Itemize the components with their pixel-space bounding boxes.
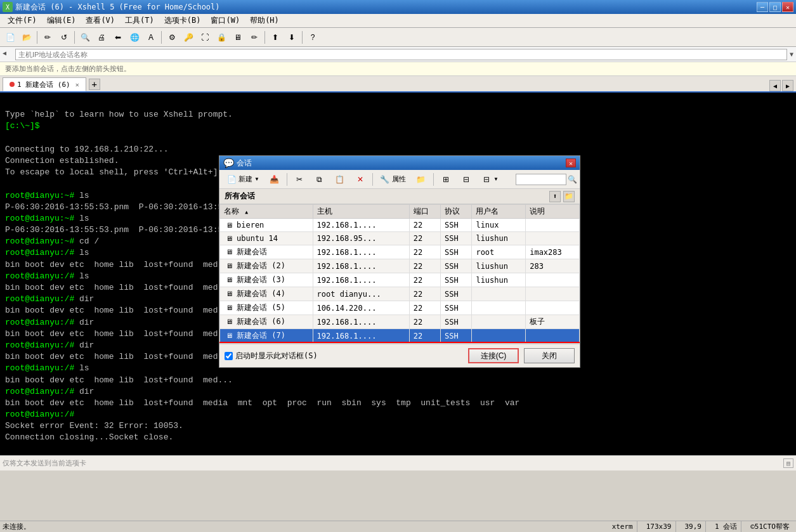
table-row[interactable]: 🖥新建会话 (4) root dianyu... 22 SSH xyxy=(220,287,580,301)
menu-help[interactable]: 帮助(H) xyxy=(245,14,284,27)
cell-name[interactable]: 🖥新建会话 (7) xyxy=(220,329,313,343)
tb-compose[interactable]: ✏ xyxy=(247,30,262,44)
menu-edit[interactable]: 编辑(E) xyxy=(42,14,81,27)
cell-note xyxy=(526,301,580,315)
dialog-search-input[interactable] xyxy=(516,174,566,185)
col-name[interactable]: 名称 ▲ xyxy=(220,205,313,219)
dialog-properties-button[interactable]: 🔧 属性 xyxy=(375,172,410,186)
close-button[interactable]: ✕ xyxy=(782,2,793,12)
table-row[interactable]: 🖥新建会话 (2) 192.168.1.... 22 SSH liushun 2… xyxy=(220,259,580,273)
col-protocol[interactable]: 协议 xyxy=(441,205,472,219)
tb-refresh[interactable]: ↺ xyxy=(56,30,72,44)
table-row[interactable]: 🖥新建会话 (5) 106.14.220... 22 SSH xyxy=(220,301,580,315)
cell-name[interactable]: 🖥新建会话 (4) xyxy=(220,287,313,301)
tab-bar: 1 新建会话 (6) ✕ + ◀ ▶ xyxy=(0,76,796,93)
tab-nav-left-btn[interactable]: ◀ xyxy=(769,80,781,91)
cell-name[interactable]: 🖥新建会话 (3) xyxy=(220,273,313,287)
tb-help[interactable]: ? xyxy=(305,30,320,44)
dh-folder-icon[interactable]: 📁 xyxy=(563,191,575,202)
cell-name[interactable]: 🖥新建会话 (5) xyxy=(220,301,313,315)
addr-dropdown-arrow[interactable]: ▼ xyxy=(790,51,793,58)
address-input[interactable] xyxy=(15,49,787,60)
table-row[interactable]: 🖥新建会话 (3) 192.168.1.... 22 SSH liushun xyxy=(220,273,580,287)
tb-monitor[interactable]: 🖥 xyxy=(230,30,245,44)
tab-session-6[interactable]: 1 新建会话 (6) ✕ xyxy=(3,77,86,91)
status-brand: ©51CTO帮客 xyxy=(747,521,793,532)
tb-key[interactable]: 🔑 xyxy=(181,30,196,44)
cell-name[interactable]: 🖥ubuntu 14 xyxy=(220,232,313,245)
session-table-container[interactable]: 名称 ▲ 主机 端口 协议 用户名 说明 🖥bieren 192.168.1..… xyxy=(219,204,580,344)
dialog-close-button[interactable]: ✕ xyxy=(566,159,576,167)
menu-tools[interactable]: 工具(T) xyxy=(120,14,159,27)
col-note[interactable]: 说明 xyxy=(526,205,580,219)
menu-tabs[interactable]: 选项卡(B) xyxy=(159,14,206,27)
dialog-import-button[interactable]: 📥 xyxy=(265,172,284,186)
dialog-view1-button[interactable]: ⊞ xyxy=(436,172,455,186)
cell-name[interactable]: 🖥bieren xyxy=(220,219,313,232)
maximize-button[interactable]: □ xyxy=(769,2,781,12)
send-options-icon[interactable]: ▤ xyxy=(783,458,793,468)
menu-file[interactable]: 文件(F) xyxy=(3,14,42,27)
menu-view[interactable]: 查看(V) xyxy=(81,14,120,27)
minimize-button[interactable]: ─ xyxy=(757,2,768,12)
addr-back-arrow[interactable]: ◀ xyxy=(3,49,13,60)
term-line-dir4-out: bin boot dev etc home lib lost+found med… xyxy=(5,398,791,409)
tb-font[interactable]: A xyxy=(143,30,159,44)
cell-port: 22 xyxy=(409,245,440,259)
address-bar: ◀ ▼ xyxy=(0,47,796,62)
tb-down[interactable]: ⬇ xyxy=(284,30,299,44)
dialog-paste-button[interactable]: 📋 xyxy=(330,172,349,186)
dialog-copy-button[interactable]: ⧉ xyxy=(310,172,329,186)
dialog-new-button[interactable]: 📄 新建 ▼ xyxy=(222,172,264,186)
cell-name[interactable]: 🖥新建会话 (6) xyxy=(220,315,313,329)
col-username[interactable]: 用户名 xyxy=(472,205,526,219)
col-host[interactable]: 主机 xyxy=(313,205,409,219)
startup-checkbox[interactable] xyxy=(225,352,233,360)
tb-new[interactable]: 📄 xyxy=(3,30,18,44)
term-line-blank2 xyxy=(5,444,791,450)
tb-print[interactable]: 🖨 xyxy=(94,30,109,44)
tab-nav-right-btn[interactable]: ▶ xyxy=(782,80,793,91)
toolbar: 📄 📂 ✏ ↺ 🔍 🖨 ⬅ 🌐 A ⚙ 🔑 ⛶ 🔒 🖥 ✏ ⬆ ⬇ ? xyxy=(0,28,796,47)
menu-window[interactable]: 窗口(W) xyxy=(206,14,245,27)
search-icon[interactable]: 🔍 xyxy=(568,175,577,184)
dialog-close-btn[interactable]: 关闭 xyxy=(524,348,575,363)
send-placeholder: 仅将文本发送到当前选项卡 xyxy=(3,458,86,468)
cell-name[interactable]: 🖥新建会话 xyxy=(220,245,313,259)
cell-protocol: SSH xyxy=(441,301,472,315)
tb-find[interactable]: 🔍 xyxy=(77,30,93,44)
cell-note: 板子 xyxy=(526,315,580,329)
dialog-cut-button[interactable]: ✂ xyxy=(290,172,309,186)
tb-globe[interactable]: 🌐 xyxy=(127,30,142,44)
tab-close-button[interactable]: ✕ xyxy=(75,81,79,88)
table-row[interactable]: 🖥ubuntu 14 192.168.95... 22 SSH liushun xyxy=(220,232,580,245)
tb-up[interactable]: ⬆ xyxy=(268,30,283,44)
tab-nav-right: ◀ ▶ xyxy=(769,80,793,91)
cell-port: 22 xyxy=(409,219,440,232)
tb-fullscreen[interactable]: ⛶ xyxy=(197,30,212,44)
cell-username: root xyxy=(472,245,526,259)
dh-folder-up-icon[interactable]: ⬆ xyxy=(549,191,561,202)
col-port[interactable]: 端口 xyxy=(409,205,440,219)
tb-lock[interactable]: 🔒 xyxy=(214,30,229,44)
tb-settings[interactable]: ⚙ xyxy=(164,30,179,44)
dialog-folder-button[interactable]: 📁 xyxy=(412,172,431,186)
footer-checkbox-area: 启动时显示此对话框(S) xyxy=(225,351,318,361)
table-row[interactable]: 🖥新建会话 192.168.1.... 22 SSH root imax283 xyxy=(220,245,580,259)
tb-open[interactable]: 📂 xyxy=(19,30,34,44)
session-icon: 🖥 xyxy=(224,247,234,257)
properties-icon: 🔧 xyxy=(380,174,390,185)
table-row[interactable]: 🖥bieren 192.168.1.... 22 SSH linux xyxy=(220,219,580,232)
dropdown-arrow: ▼ xyxy=(254,176,259,182)
cell-name[interactable]: 🖥新建会话 (2) xyxy=(220,259,313,273)
dialog-delete-button[interactable]: ✕ xyxy=(351,172,370,186)
connect-button[interactable]: 连接(C) xyxy=(468,348,519,363)
session-icon: 🖥 xyxy=(224,331,234,341)
tb-copy-left[interactable]: ⬅ xyxy=(110,30,126,44)
tb-cut[interactable]: ✏ xyxy=(40,30,55,44)
tab-add-button[interactable]: + xyxy=(89,79,100,90)
dialog-view2-button[interactable]: ⊟ xyxy=(457,172,476,186)
table-row[interactable]: 🖥新建会话 (7) 192.168.1.... 22 SSH xyxy=(220,329,580,343)
table-row[interactable]: 🖥新建会话 (6) 192.168.1.... 22 SSH 板子 xyxy=(220,315,580,329)
dialog-dropdown-button[interactable]: ⊟ ▼ xyxy=(477,172,503,186)
